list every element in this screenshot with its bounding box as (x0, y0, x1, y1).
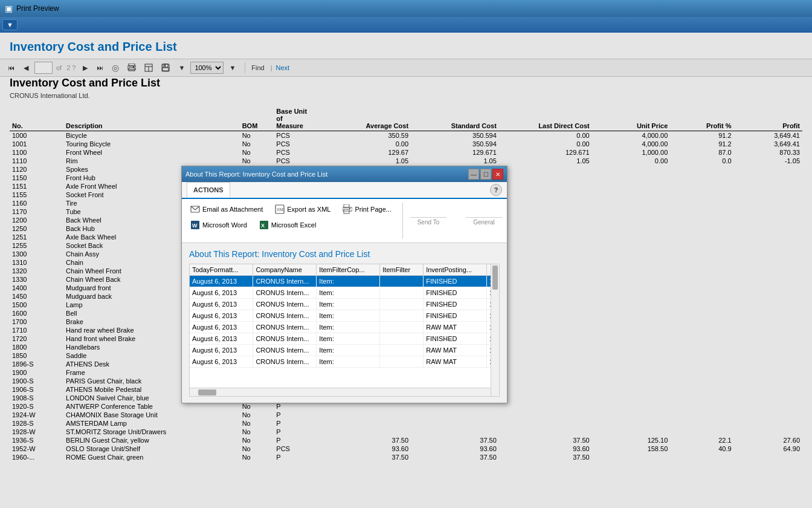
dialog-cell-item-filter (380, 356, 424, 368)
dialog-col-header: InventPosting... (424, 264, 487, 276)
print-page-icon (343, 204, 352, 214)
dialog-cell-company: CRONUS Intern... (253, 333, 317, 345)
dialog-cell-company: CRONUS Intern... (253, 345, 317, 356)
email-attachment-button[interactable]: Email as Attachment (187, 203, 266, 216)
word-button[interactable]: W Microsoft Word (187, 218, 251, 232)
word-icon: W (190, 220, 200, 230)
title-bar: ▣ Print Preview (0, 0, 812, 17)
dialog-cell-inv-posting: FINISHED (424, 310, 487, 322)
dialog-cell-item-filter (380, 310, 424, 322)
dialog-cell-date: August 6, 2013 (190, 310, 253, 322)
app-icon: ▣ (5, 4, 13, 13)
dialog-col-header: TodayFormatt... (190, 264, 253, 276)
dialog-cell-item-filter (380, 322, 424, 333)
dialog-table-row[interactable]: August 6, 2013 CRONUS Intern... Item: FI… (190, 276, 499, 287)
dialog-scrollbar-horizontal[interactable] (190, 388, 491, 396)
quick-access-toolbar: ▼ (0, 17, 812, 33)
dialog-restore-button[interactable]: ☐ (480, 169, 491, 180)
ribbon-separator (402, 203, 403, 239)
dialog-table-row[interactable]: August 6, 2013 CRONUS Intern... Item: RA… (190, 322, 499, 333)
dialog-table-row[interactable]: August 6, 2013 CRONUS Intern... Item: FI… (190, 299, 499, 310)
dialog-cell-inv-posting: FINISHED (424, 333, 487, 345)
word-label: Microsoft Word (202, 221, 247, 229)
dialog-cell-filter-copy: Item: (317, 345, 380, 356)
dialog-cell-date: August 6, 2013 (190, 299, 253, 310)
dialog-title: About This Report: Inventory Cost and Pr… (185, 171, 327, 178)
dialog-cell-filter-copy: Item: (317, 322, 380, 333)
dialog-cell-company: CRONUS Intern... (253, 287, 317, 299)
dialog-col-header: CompanyName (253, 264, 317, 276)
export-xml-label: Export as XML (287, 206, 330, 213)
dialog-cell-filter-copy: Item: (317, 276, 380, 287)
scrollbar-h-thumb (198, 389, 216, 396)
email-icon (190, 204, 200, 214)
dialog-cell-company: CRONUS Intern... (253, 356, 317, 368)
svg-text:X: X (261, 223, 265, 229)
print-page-button[interactable]: Print Page... (339, 203, 395, 216)
send-to-label: Send To (410, 217, 446, 226)
dialog-ribbon: ACTIONS ? (182, 182, 507, 199)
dialog-section-title: About This Report: Inventory Cost and Pr… (189, 249, 500, 259)
dialog-col-header: ItemFilterCop... (317, 264, 380, 276)
dialog-table-row[interactable]: August 6, 2013 CRONUS Intern... Item: FI… (190, 333, 499, 345)
dialog-cell-filter-copy: Item: (317, 333, 380, 345)
dialog-table-row[interactable]: August 6, 2013 CRONUS Intern... Item: FI… (190, 287, 499, 299)
dialog-cell-date: August 6, 2013 (190, 287, 253, 299)
quick-access-button[interactable]: ▼ (2, 19, 18, 30)
excel-label: Microsoft Excel (271, 221, 317, 229)
dialog-close-button[interactable]: ✕ (492, 169, 503, 180)
dialog-cell-company: CRONUS Intern... (253, 299, 317, 310)
tab-actions[interactable]: ACTIONS (187, 182, 230, 198)
dialog-cell-company: CRONUS Intern... (253, 310, 317, 322)
dialog-cell-item-filter (380, 276, 424, 287)
dialog-cell-item-filter (380, 299, 424, 310)
svg-text:XML: XML (277, 207, 285, 212)
general-label: General (466, 217, 502, 226)
dialog-cell-item-filter (380, 345, 424, 356)
dialog-col-header: ItemFilter (380, 264, 424, 276)
dialog-cell-company: CRONUS Intern... (253, 322, 317, 333)
dialog-cell-inv-posting: RAW MAT (424, 322, 487, 333)
dialog-cell-date: August 6, 2013 (190, 345, 253, 356)
dialog-cell-inv-posting: FINISHED (424, 287, 487, 299)
svg-rect-14 (344, 204, 349, 207)
dialog-cell-inv-posting: FINISHED (424, 276, 487, 287)
dialog-data-table-container[interactable]: TodayFormatt...CompanyNameItemFilterCop.… (189, 264, 500, 397)
dialog-cell-filter-copy: Item: (317, 310, 380, 322)
dialog-table-row[interactable]: August 6, 2013 CRONUS Intern... Item: RA… (190, 345, 499, 356)
title-bar-text: Print Preview (16, 4, 59, 13)
dialog-cell-date: August 6, 2013 (190, 356, 253, 368)
dialog-cell-inv-posting: FINISHED (424, 299, 487, 310)
dialog-body: About This Report: Inventory Cost and Pr… (182, 243, 507, 403)
dialog-cell-date: August 6, 2013 (190, 333, 253, 345)
dialog-cell-date: August 6, 2013 (190, 276, 253, 287)
svg-text:W: W (192, 223, 198, 229)
scrollbar-thumb (492, 265, 498, 290)
dialog-cell-filter-copy: Item: (317, 287, 380, 299)
svg-rect-17 (349, 208, 350, 209)
print-page-label: Print Page... (355, 206, 392, 213)
help-button[interactable]: ? (490, 184, 502, 196)
about-report-dialog: About This Report: Inventory Cost and Pr… (181, 166, 507, 403)
dialog-data-table: TodayFormatt...CompanyNameItemFilterCop.… (190, 264, 499, 368)
dialog-overlay: About This Report: Inventory Cost and Pr… (0, 33, 812, 508)
dialog-cell-filter-copy: Item: (317, 356, 380, 368)
xml-icon: XML (275, 204, 285, 214)
email-attachment-label: Email as Attachment (202, 206, 263, 213)
export-xml-button[interactable]: XML Export as XML (271, 203, 334, 216)
main-content-area: Inventory Cost and Price List ⏮ ◀ 1 of 2… (0, 33, 812, 508)
dialog-minimize-button[interactable]: — (468, 169, 479, 180)
ribbon-tab-bar: ACTIONS ? (187, 182, 502, 198)
dialog-titlebar: About This Report: Inventory Cost and Pr… (182, 166, 507, 182)
dialog-table-row[interactable]: August 6, 2013 CRONUS Intern... Item: RA… (190, 356, 499, 368)
dialog-table-row[interactable]: August 6, 2013 CRONUS Intern... Item: FI… (190, 310, 499, 322)
dialog-cell-date: August 6, 2013 (190, 322, 253, 333)
dialog-cell-inv-posting: RAW MAT (424, 356, 487, 368)
ribbon-content: Email as Attachment XML Export as XML (182, 199, 507, 243)
excel-button[interactable]: X Microsoft Excel (256, 218, 320, 232)
dialog-cell-filter-copy: Item: (317, 299, 380, 310)
excel-icon: X (259, 220, 269, 230)
dialog-scrollbar-vertical[interactable] (491, 264, 499, 396)
dialog-cell-inv-posting: RAW MAT (424, 345, 487, 356)
dialog-cell-item-filter (380, 287, 424, 299)
